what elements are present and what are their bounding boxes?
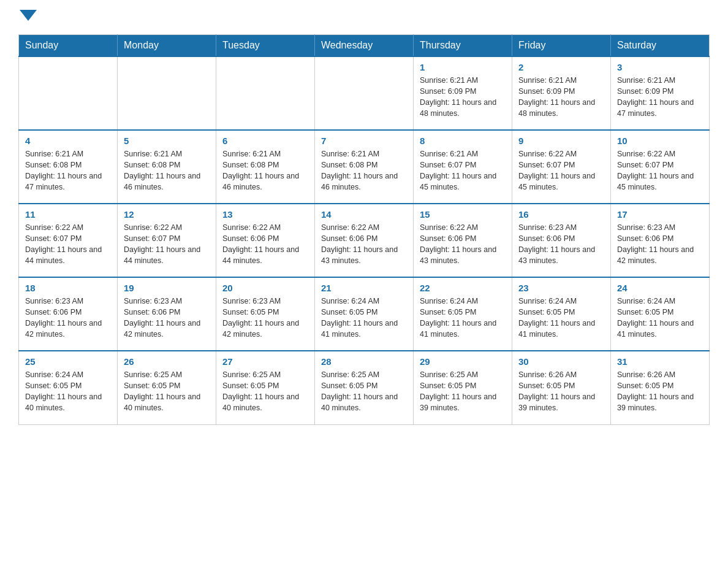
day-number: 5 [124,136,210,146]
weekday-header-wednesday: Wednesday [315,35,414,57]
calendar-cell: 15Sunrise: 6:22 AMSunset: 6:06 PMDayligh… [414,204,512,277]
calendar-cell: 16Sunrise: 6:23 AMSunset: 6:06 PMDayligh… [512,204,611,277]
weekday-header-sunday: Sunday [19,35,118,57]
calendar-cell: 5Sunrise: 6:21 AMSunset: 6:08 PMDaylight… [118,130,216,204]
day-number: 26 [124,356,210,367]
day-number: 16 [518,209,604,220]
day-number: 10 [617,136,703,146]
day-info: Sunrise: 6:25 AMSunset: 6:05 PMDaylight:… [420,369,506,414]
calendar-cell: 28Sunrise: 6:25 AMSunset: 6:05 PMDayligh… [315,351,414,424]
day-info: Sunrise: 6:26 AMSunset: 6:05 PMDaylight:… [518,369,604,414]
calendar-cell: 19Sunrise: 6:23 AMSunset: 6:06 PMDayligh… [118,277,216,351]
day-info: Sunrise: 6:22 AMSunset: 6:07 PMDaylight:… [124,222,210,267]
calendar-week-3: 11Sunrise: 6:22 AMSunset: 6:07 PMDayligh… [19,204,710,277]
day-number: 21 [321,283,407,293]
day-info: Sunrise: 6:23 AMSunset: 6:05 PMDaylight:… [222,296,308,340]
day-info: Sunrise: 6:25 AMSunset: 6:05 PMDaylight:… [321,369,407,414]
calendar-cell: 14Sunrise: 6:22 AMSunset: 6:06 PMDayligh… [315,204,414,277]
day-number: 7 [321,136,407,146]
calendar-cell: 4Sunrise: 6:21 AMSunset: 6:08 PMDaylight… [19,130,118,204]
day-number: 13 [222,209,308,220]
weekday-header-saturday: Saturday [611,35,710,57]
calendar-cell [216,56,315,130]
calendar-cell: 1Sunrise: 6:21 AMSunset: 6:09 PMDaylight… [414,56,512,130]
day-info: Sunrise: 6:24 AMSunset: 6:05 PMDaylight:… [518,296,604,340]
day-info: Sunrise: 6:23 AMSunset: 6:06 PMDaylight:… [25,296,111,340]
day-info: Sunrise: 6:23 AMSunset: 6:06 PMDaylight:… [518,222,604,267]
day-info: Sunrise: 6:22 AMSunset: 6:06 PMDaylight:… [420,222,506,267]
day-info: Sunrise: 6:22 AMSunset: 6:06 PMDaylight:… [222,222,308,267]
calendar-cell: 6Sunrise: 6:21 AMSunset: 6:08 PMDaylight… [216,130,315,204]
calendar-cell: 23Sunrise: 6:24 AMSunset: 6:05 PMDayligh… [512,277,611,351]
day-number: 1 [420,62,506,72]
calendar-cell: 8Sunrise: 6:21 AMSunset: 6:07 PMDaylight… [414,130,512,204]
day-info: Sunrise: 6:22 AMSunset: 6:07 PMDaylight:… [617,148,703,193]
calendar-cell: 12Sunrise: 6:22 AMSunset: 6:07 PMDayligh… [118,204,216,277]
calendar-cell [19,56,118,130]
calendar-cell: 24Sunrise: 6:24 AMSunset: 6:05 PMDayligh… [611,277,710,351]
calendar-cell: 3Sunrise: 6:21 AMSunset: 6:09 PMDaylight… [611,56,710,130]
calendar-cell: 22Sunrise: 6:24 AMSunset: 6:05 PMDayligh… [414,277,512,351]
calendar-table: SundayMondayTuesdayWednesdayThursdayFrid… [18,34,710,425]
day-info: Sunrise: 6:24 AMSunset: 6:05 PMDaylight:… [25,369,111,414]
day-number: 28 [321,356,407,367]
logo [18,12,37,22]
calendar-week-5: 25Sunrise: 6:24 AMSunset: 6:05 PMDayligh… [19,351,710,424]
day-info: Sunrise: 6:22 AMSunset: 6:07 PMDaylight:… [518,148,604,193]
day-info: Sunrise: 6:21 AMSunset: 6:08 PMDaylight:… [124,148,210,193]
day-info: Sunrise: 6:24 AMSunset: 6:05 PMDaylight:… [420,296,506,340]
day-info: Sunrise: 6:25 AMSunset: 6:05 PMDaylight:… [222,369,308,414]
day-number: 23 [518,283,604,293]
calendar-cell: 20Sunrise: 6:23 AMSunset: 6:05 PMDayligh… [216,277,315,351]
day-info: Sunrise: 6:21 AMSunset: 6:09 PMDaylight:… [420,75,506,120]
day-number: 29 [420,356,506,367]
calendar-cell: 29Sunrise: 6:25 AMSunset: 6:05 PMDayligh… [414,351,512,424]
calendar-cell: 10Sunrise: 6:22 AMSunset: 6:07 PMDayligh… [611,130,710,204]
day-info: Sunrise: 6:23 AMSunset: 6:06 PMDaylight:… [124,296,210,340]
day-info: Sunrise: 6:21 AMSunset: 6:07 PMDaylight:… [420,148,506,193]
day-info: Sunrise: 6:21 AMSunset: 6:09 PMDaylight:… [617,75,703,120]
day-number: 14 [321,209,407,220]
day-number: 27 [222,356,308,367]
calendar-cell: 30Sunrise: 6:26 AMSunset: 6:05 PMDayligh… [512,351,611,424]
day-number: 17 [617,209,703,220]
day-number: 12 [124,209,210,220]
weekday-header-row: SundayMondayTuesdayWednesdayThursdayFrid… [19,35,710,57]
day-number: 19 [124,283,210,293]
day-number: 4 [25,136,111,146]
calendar-cell: 18Sunrise: 6:23 AMSunset: 6:06 PMDayligh… [19,277,118,351]
calendar-week-2: 4Sunrise: 6:21 AMSunset: 6:08 PMDaylight… [19,130,710,204]
day-number: 15 [420,209,506,220]
calendar-cell: 25Sunrise: 6:24 AMSunset: 6:05 PMDayligh… [19,351,118,424]
calendar-week-1: 1Sunrise: 6:21 AMSunset: 6:09 PMDaylight… [19,56,710,130]
day-info: Sunrise: 6:22 AMSunset: 6:06 PMDaylight:… [321,222,407,267]
day-number: 2 [518,62,604,72]
day-info: Sunrise: 6:21 AMSunset: 6:09 PMDaylight:… [518,75,604,120]
day-number: 6 [222,136,308,146]
day-info: Sunrise: 6:21 AMSunset: 6:08 PMDaylight:… [321,148,407,193]
day-info: Sunrise: 6:25 AMSunset: 6:05 PMDaylight:… [124,369,210,414]
calendar-cell: 13Sunrise: 6:22 AMSunset: 6:06 PMDayligh… [216,204,315,277]
day-info: Sunrise: 6:21 AMSunset: 6:08 PMDaylight:… [222,148,308,193]
day-info: Sunrise: 6:21 AMSunset: 6:08 PMDaylight:… [25,148,111,193]
day-number: 31 [617,356,703,367]
weekday-header-monday: Monday [118,35,216,57]
day-number: 9 [518,136,604,146]
calendar-week-4: 18Sunrise: 6:23 AMSunset: 6:06 PMDayligh… [19,277,710,351]
day-number: 18 [25,283,111,293]
day-number: 30 [518,356,604,367]
day-number: 11 [25,209,111,220]
calendar-cell [315,56,414,130]
logo-triangle-icon [20,10,37,21]
calendar-cell [118,56,216,130]
day-number: 3 [617,62,703,72]
day-info: Sunrise: 6:22 AMSunset: 6:07 PMDaylight:… [25,222,111,267]
day-info: Sunrise: 6:24 AMSunset: 6:05 PMDaylight:… [617,296,703,340]
calendar-cell: 9Sunrise: 6:22 AMSunset: 6:07 PMDaylight… [512,130,611,204]
weekday-header-thursday: Thursday [414,35,512,57]
calendar-cell: 7Sunrise: 6:21 AMSunset: 6:08 PMDaylight… [315,130,414,204]
day-number: 22 [420,283,506,293]
calendar-cell: 2Sunrise: 6:21 AMSunset: 6:09 PMDaylight… [512,56,611,130]
page-header [18,12,710,22]
calendar-cell: 21Sunrise: 6:24 AMSunset: 6:05 PMDayligh… [315,277,414,351]
